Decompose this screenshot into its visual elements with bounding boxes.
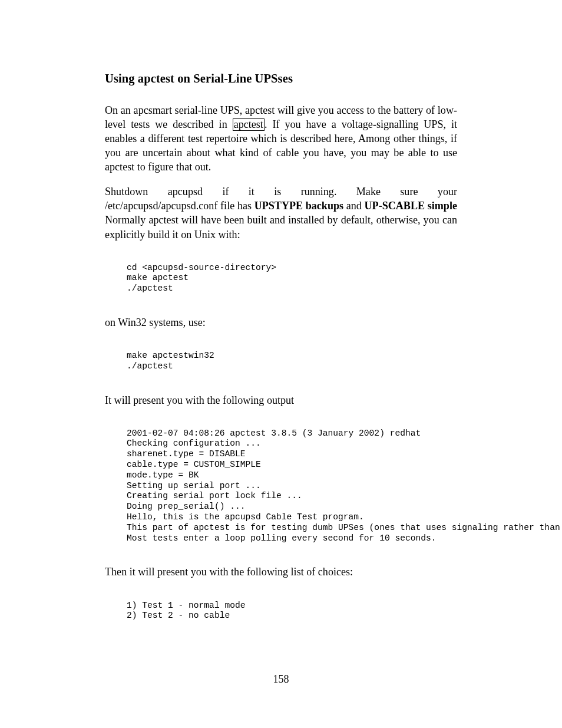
para2-bold2: UP-SCABLE simple: [365, 200, 457, 212]
code-4: 1) Test 1 - normal mode 2) Test 2 - no c…: [105, 601, 457, 622]
w: sure: [400, 185, 418, 199]
para2-text2: and: [343, 200, 364, 212]
code-block-4: 1) Test 1 - normal mode 2) Test 2 - no c…: [105, 601, 457, 622]
body-text-2: It will present you with the following o…: [105, 393, 457, 407]
w: is: [274, 185, 281, 199]
code-block-1: cd <apcupsd-source-directory> make apcte…: [105, 263, 457, 294]
code-2: make apctestwin32 ./apctest: [105, 351, 457, 372]
paragraph-1: On an apcsmart serial-line UPS, apctest …: [105, 103, 457, 174]
code-3: 2001-02-07 04:08:26 apctest 3.8.5 (3 Jan…: [105, 429, 457, 544]
w: your: [438, 185, 457, 199]
w: apcupsd: [168, 185, 203, 199]
section-heading: Using apctest on Serial-Line UPSses: [105, 72, 457, 85]
code-block-3: 2001-02-07 04:08:26 apctest 3.8.5 (3 Jan…: [105, 429, 457, 544]
code-block-2: make apctestwin32 ./apctest: [105, 351, 457, 372]
paragraph-2: Shutdown apcupsd if it is running. Make …: [105, 185, 457, 241]
apctest-link[interactable]: apctest: [233, 118, 265, 131]
w: if: [222, 185, 229, 199]
para2-bold1: UPSTYPE backups: [254, 200, 343, 212]
body-text-3: Then it will present you with the follow…: [105, 565, 457, 579]
w: Shutdown: [105, 185, 148, 199]
page-number: 158: [0, 673, 562, 686]
body-text-1: on Win32 systems, use:: [105, 315, 457, 330]
document-page: Using apctest on Serial-Line UPSses On a…: [0, 0, 562, 728]
para2-text3: Normally apctest will have been built an…: [105, 214, 457, 240]
para2-line1: Shutdown apcupsd if it is running. Make …: [105, 185, 457, 199]
w: it: [249, 185, 254, 199]
code-1: cd <apcupsd-source-directory> make apcte…: [105, 263, 457, 294]
w: running.: [301, 185, 337, 199]
para2-text1: /etc/apcupsd/apcupsd.conf file has: [105, 200, 254, 212]
w: Make: [356, 185, 381, 199]
